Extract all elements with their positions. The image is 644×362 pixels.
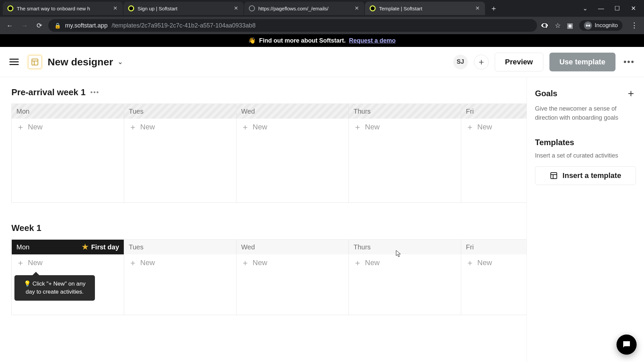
new-activity-button[interactable]: ＋New [354, 258, 456, 267]
day-label: Thurs [354, 108, 371, 115]
new-label: New [28, 258, 43, 267]
templates-desc: Insert a set of curated activities [535, 151, 636, 160]
add-collaborator-button[interactable]: ＋ [474, 55, 489, 69]
goals-title: Goals [535, 89, 557, 98]
day-column: Wed ＋New [236, 240, 349, 315]
app-header: New designer ⌄ SJ ＋ Preview Use template… [0, 47, 644, 77]
plus-icon: ＋ [241, 123, 249, 131]
plus-icon: ＋ [354, 259, 362, 267]
day-column: Wed ＋New [236, 104, 349, 202]
wave-icon: 👋 [248, 37, 256, 44]
insert-template-button[interactable]: Insert a template [535, 166, 636, 185]
day-column: Tues ＋New [124, 240, 236, 315]
tab-title: https://pageflows.com/_/emails/ [258, 6, 350, 11]
help-fab[interactable] [616, 335, 637, 355]
maximize-icon[interactable]: ☐ [614, 5, 621, 12]
first-day-label: First day [91, 243, 119, 251]
menu-button[interactable] [9, 59, 19, 65]
new-activity-button[interactable]: ＋New [129, 123, 231, 131]
favicon-icon [128, 5, 134, 11]
day-label: Wed [241, 108, 255, 115]
day-label: Fri [466, 243, 474, 251]
preview-button[interactable]: Preview [495, 53, 543, 71]
day-column: Mon ＋New [12, 104, 124, 202]
tab-title: Sign up | Softstart [138, 6, 229, 11]
minimize-icon[interactable]: ― [598, 5, 604, 12]
close-icon[interactable]: ✕ [474, 5, 480, 11]
day-label: Thurs [354, 243, 371, 251]
more-menu-icon[interactable]: ••• [624, 57, 635, 67]
day-column: Fri ＋New [461, 104, 527, 202]
week-grid: Mon ＋New Tues ＋New Wed ＋New Thurs ＋New F… [11, 104, 527, 203]
day-header: Thurs [349, 104, 461, 119]
new-label: New [253, 258, 267, 267]
favicon-icon [370, 5, 376, 11]
add-goal-button[interactable]: ＋ [626, 86, 636, 100]
day-header: Mon ★ First day [12, 240, 124, 254]
use-template-label: Use template [559, 58, 605, 66]
day-column: Mon ★ First day ＋New 💡 Click "+ New" on … [12, 240, 124, 315]
new-activity-button[interactable]: ＋New [241, 258, 344, 267]
new-activity-button[interactable]: ＋New [354, 123, 456, 131]
avatar[interactable]: SJ [453, 55, 468, 69]
chat-icon [622, 340, 632, 350]
new-label: New [253, 123, 267, 131]
svg-rect-3 [551, 173, 557, 179]
lock-icon: 🔒 [54, 22, 61, 29]
new-label: New [365, 123, 380, 131]
new-activity-button[interactable]: ＋New [466, 123, 527, 131]
back-button[interactable]: ← [4, 20, 15, 31]
window-controls: ⌄ ― ☐ ✕ [582, 5, 641, 12]
day-header: Fri [461, 104, 527, 119]
doc-title-dropdown[interactable]: New designer ⌄ [48, 56, 123, 68]
extensions-icon[interactable]: ▣ [567, 21, 573, 29]
tabstrip: The smart way to onboard new h ✕ Sign up… [0, 0, 644, 17]
new-label: New [140, 258, 155, 267]
avatar-initials: SJ [457, 58, 464, 65]
day-column: Tues ＋New [124, 104, 236, 202]
eye-off-icon[interactable]: 👁‍🗨 [540, 21, 549, 29]
close-icon[interactable]: ✕ [354, 5, 360, 11]
close-window-icon[interactable]: ✕ [630, 5, 637, 12]
url-input[interactable]: 🔒 my.softstart.app/templates/2c7a9519-2c… [48, 19, 537, 32]
new-activity-button[interactable]: ＋New [129, 258, 231, 267]
week-title: Pre-arrival week 1 [11, 87, 86, 98]
browser-tab[interactable]: Template | Softstart ✕ [365, 2, 485, 15]
use-template-button[interactable]: Use template [549, 53, 615, 71]
new-tab-button[interactable]: ＋ [488, 2, 500, 14]
bookmark-icon[interactable]: ☆ [555, 21, 561, 29]
browser-tab[interactable]: The smart way to onboard new h ✕ [3, 2, 123, 15]
main-canvas: Pre-arrival week 1 ••• Mon ＋New Tues ＋Ne… [0, 77, 527, 362]
forward-button[interactable]: → [19, 20, 30, 31]
new-activity-button[interactable]: ＋New [16, 258, 119, 267]
day-label: Mon [16, 243, 30, 251]
request-demo-link[interactable]: Request a demo [349, 37, 395, 44]
day-header: Thurs [349, 240, 461, 254]
tab-search-icon[interactable]: ⌄ [582, 5, 588, 12]
new-activity-button[interactable]: ＋New [16, 123, 119, 131]
week-menu-icon[interactable]: ••• [90, 88, 99, 96]
browser-menu-icon[interactable]: ⋮ [629, 21, 640, 30]
day-column: Thurs ＋New [349, 104, 461, 202]
browser-tab[interactable]: Sign up | Softstart ✕ [123, 2, 244, 15]
day-header: Tues [124, 240, 236, 254]
close-icon[interactable]: ✕ [112, 5, 118, 11]
plus-icon: ＋ [16, 123, 24, 131]
week-title: Week 1 [11, 223, 41, 233]
new-activity-button[interactable]: ＋New [466, 258, 527, 267]
hint-tooltip: 💡 Click "+ New" on any day to create act… [14, 275, 95, 301]
sidebar-goals: Goals ＋ Give the newcomer a sense of dir… [535, 86, 636, 122]
plus-icon: ＋ [466, 123, 474, 131]
chevron-down-icon: ⌄ [118, 58, 123, 66]
url-host: my.softstart.app [65, 22, 108, 29]
close-icon[interactable]: ✕ [233, 5, 239, 11]
first-day-badge: ★ First day [82, 243, 119, 251]
day-label: Fri [466, 108, 474, 115]
day-label: Mon [16, 108, 30, 115]
reload-button[interactable]: ⟳ [34, 20, 45, 31]
tab-title: The smart way to onboard new h [17, 6, 109, 11]
incognito-badge[interactable]: 🕶 Incognito [579, 20, 623, 31]
incognito-icon: 🕶 [584, 21, 592, 29]
new-activity-button[interactable]: ＋New [241, 123, 344, 131]
browser-tab[interactable]: https://pageflows.com/_/emails/ ✕ [244, 2, 364, 15]
